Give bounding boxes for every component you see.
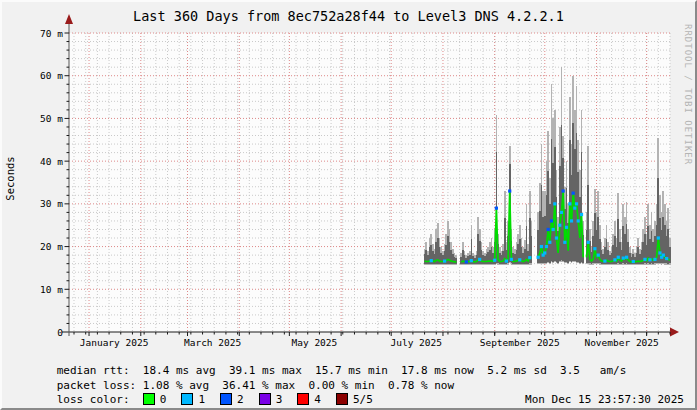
timestamp: Mon Dec 15 23:57:30 2025 <box>525 393 684 407</box>
legend: median rtt: 18.4 ms avg 39.1 ms max 15.7… <box>17 350 691 408</box>
x-tick-label: September 2025 <box>480 337 560 348</box>
x-tick-label: May 2025 <box>292 337 338 348</box>
y-tick-label: 30 m <box>40 198 63 209</box>
y-tick-label: 10 m <box>40 284 63 295</box>
y-tick-label: 50 m <box>40 113 63 124</box>
packet-loss-row: packet loss: 1.08 % avg 36.41 % max 0.00… <box>17 364 691 378</box>
median-rtt-row: median rtt: 18.4 ms avg 39.1 ms max 15.7… <box>17 350 691 364</box>
y-tick-label: 20 m <box>40 241 63 252</box>
probe-row: probe: 5 DNS requests every 300s Mon Dec… <box>17 393 691 407</box>
y-axis-arrow <box>65 14 73 24</box>
loss-color-row: loss color: 012345/5 <box>17 379 691 393</box>
x-tick-label: January 2025 <box>80 337 149 348</box>
x-axis-arrow <box>670 328 679 337</box>
plot-area: 010 m20 m30 m40 m50 m60 m70 mJanuary 202… <box>2 2 697 348</box>
y-tick-label: 0 <box>57 327 63 338</box>
x-tick-label: March 2025 <box>184 337 241 348</box>
rrdtool-watermark: RRDTOOL / TOBI OETIKER <box>683 24 693 165</box>
x-tick-label: July 2025 <box>391 337 442 348</box>
rrdtool-smokeping-graph: Last 360 Days from 8ec752a28f44 to Level… <box>0 0 697 410</box>
y-tick-label: 40 m <box>40 156 63 167</box>
y-tick-label: 60 m <box>40 70 63 81</box>
x-tick-label: November 2025 <box>584 337 658 348</box>
y-tick-label: 70 m <box>40 28 63 39</box>
